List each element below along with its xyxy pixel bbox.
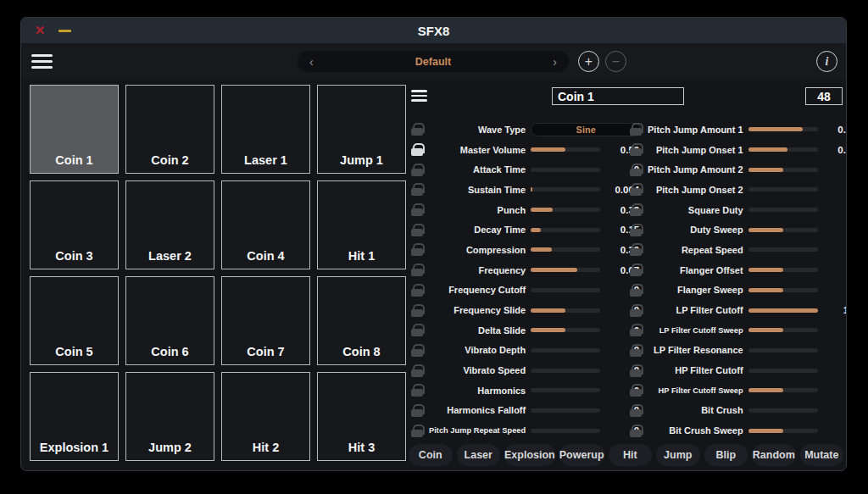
- sound-name-input[interactable]: [552, 87, 684, 105]
- lock-flanger-offset[interactable]: [630, 264, 642, 276]
- lock-duty-sweep[interactable]: [630, 224, 642, 236]
- slider-pitch-jump-onset-2[interactable]: [748, 187, 818, 191]
- slider-vibrato-speed[interactable]: [531, 369, 600, 373]
- pad-coin-4[interactable]: Coin 4: [221, 180, 310, 269]
- slider-duty-sweep[interactable]: [748, 228, 818, 232]
- slider-repeat-speed[interactable]: [748, 247, 818, 252]
- generator-random[interactable]: Random: [752, 444, 796, 466]
- editor-menu-icon[interactable]: [411, 90, 427, 102]
- slider-pitch-jump-onset-1[interactable]: [748, 147, 818, 152]
- remove-preset-button[interactable]: −: [605, 51, 626, 72]
- pad-coin-3[interactable]: Coin 3: [30, 180, 119, 269]
- lock-hp-filter-cutoff-sweep[interactable]: [630, 384, 642, 397]
- lock-harmonics[interactable]: [411, 384, 423, 397]
- lock-lp-filter-resonance[interactable]: [630, 344, 642, 357]
- lock-frequency-slide[interactable]: [411, 304, 423, 317]
- slider-flanger-sweep[interactable]: [748, 288, 818, 292]
- slider-bit-crush-sweep[interactable]: [748, 429, 818, 433]
- slider-attack-time[interactable]: [531, 168, 600, 172]
- menu-icon[interactable]: [31, 54, 53, 69]
- lock-repeat-speed[interactable]: [630, 243, 642, 256]
- lock-compression[interactable]: [411, 243, 423, 256]
- slider-compression[interactable]: [531, 247, 600, 252]
- slider-hp-filter-cutoff[interactable]: [748, 369, 818, 373]
- preset-next-icon[interactable]: ›: [553, 56, 557, 68]
- lock-wave-type[interactable]: [411, 123, 423, 136]
- pad-coin-5[interactable]: Coin 5: [30, 276, 119, 365]
- lock-decay-time[interactable]: [411, 224, 423, 236]
- slider-harmonics[interactable]: [531, 388, 600, 392]
- lock-frequency-cutoff[interactable]: [411, 284, 423, 297]
- generator-jump[interactable]: Jump: [656, 444, 700, 466]
- wave-type-selector[interactable]: Sine: [531, 123, 641, 136]
- lock-pitch-jump-onset-2[interactable]: [630, 183, 642, 196]
- slider-sustain-time[interactable]: [531, 187, 600, 191]
- sound-number-input[interactable]: [805, 87, 843, 105]
- lock-sustain-time[interactable]: [411, 183, 423, 196]
- pad-hit-1[interactable]: Hit 1: [317, 180, 406, 269]
- lock-vibrato-speed[interactable]: [411, 364, 423, 377]
- pad-hit-3[interactable]: Hit 3: [317, 372, 406, 461]
- lock-hp-filter-cutoff[interactable]: [630, 364, 642, 377]
- lock-harmonics-falloff[interactable]: [411, 404, 423, 417]
- lock-vibrato-depth[interactable]: [411, 344, 423, 357]
- slider-master-volume[interactable]: [531, 147, 600, 152]
- lock-frequency[interactable]: [411, 264, 423, 276]
- pad-coin-7[interactable]: Coin 7: [221, 276, 310, 365]
- slider-pitch-jump-repeat-speed[interactable]: [531, 429, 600, 433]
- lock-delta-slide[interactable]: [411, 324, 423, 336]
- lock-lp-filter-cutoff-sweep[interactable]: [630, 324, 642, 336]
- slider-decay-time[interactable]: [531, 228, 600, 232]
- lock-pitch-jump-amount-2[interactable]: [630, 164, 642, 176]
- generator-coin[interactable]: Coin: [409, 444, 453, 466]
- close-button[interactable]: ✕: [31, 23, 48, 38]
- pad-coin-6[interactable]: Coin 6: [125, 276, 214, 365]
- slider-vibrato-depth[interactable]: [531, 348, 600, 352]
- lock-pitch-jump-onset-1[interactable]: [630, 143, 642, 156]
- lock-flanger-sweep[interactable]: [630, 284, 642, 297]
- pad-laser-1[interactable]: Laser 1: [221, 85, 310, 174]
- add-preset-button[interactable]: +: [578, 51, 599, 72]
- pad-jump-1[interactable]: Jump 1: [317, 85, 406, 174]
- generator-explosion[interactable]: Explosion: [504, 444, 555, 466]
- slider-hp-filter-cutoff-sweep[interactable]: [748, 388, 818, 392]
- pad-hit-2[interactable]: Hit 2: [221, 372, 310, 461]
- slider-harmonics-falloff[interactable]: [531, 408, 600, 413]
- pad-coin-8[interactable]: Coin 8: [317, 276, 406, 365]
- pad-coin-1[interactable]: Coin 1: [30, 85, 119, 174]
- lock-bit-crush[interactable]: [630, 404, 642, 417]
- generator-laser[interactable]: Laser: [457, 444, 501, 466]
- pad-jump-2[interactable]: Jump 2: [125, 372, 214, 461]
- minimize-button[interactable]: [58, 30, 71, 32]
- pad-explosion-1[interactable]: Explosion 1: [30, 372, 119, 461]
- slider-lp-filter-cutoff[interactable]: [748, 308, 818, 313]
- slider-bit-crush[interactable]: [748, 408, 818, 413]
- lock-square-duty[interactable]: [630, 203, 642, 216]
- slider-pitch-jump-amount-1[interactable]: [748, 127, 818, 131]
- generator-blip[interactable]: Blip: [704, 444, 748, 466]
- slider-pitch-jump-amount-2[interactable]: [748, 168, 818, 172]
- preset-selector[interactable]: ‹ Default ›: [298, 51, 569, 72]
- lock-master-volume[interactable]: [411, 143, 423, 156]
- generator-powerup[interactable]: Powerup: [559, 444, 604, 466]
- slider-lp-filter-cutoff-sweep[interactable]: [748, 328, 818, 332]
- slider-frequency-cutoff[interactable]: [531, 288, 600, 292]
- generator-hit[interactable]: Hit: [609, 444, 653, 466]
- slider-frequency[interactable]: [531, 268, 600, 272]
- slider-flanger-offset[interactable]: [748, 268, 818, 272]
- lock-bit-crush-sweep[interactable]: [630, 425, 642, 437]
- lock-pitch-jump-repeat-speed[interactable]: [411, 425, 423, 437]
- slider-frequency-slide[interactable]: [531, 308, 600, 313]
- lock-pitch-jump-amount-1[interactable]: [630, 123, 642, 136]
- slider-square-duty[interactable]: [748, 208, 818, 212]
- lock-punch[interactable]: [411, 203, 423, 216]
- lock-attack-time[interactable]: [411, 164, 423, 176]
- pad-coin-2[interactable]: Coin 2: [125, 85, 214, 174]
- slider-punch[interactable]: [531, 208, 600, 212]
- preset-prev-icon[interactable]: ‹: [309, 56, 314, 68]
- slider-lp-filter-resonance[interactable]: [748, 348, 818, 352]
- pad-laser-2[interactable]: Laser 2: [125, 180, 214, 269]
- generator-mutate[interactable]: Mutate: [800, 444, 844, 466]
- info-button[interactable]: i: [816, 51, 837, 72]
- lock-lp-filter-cutoff[interactable]: [630, 304, 642, 317]
